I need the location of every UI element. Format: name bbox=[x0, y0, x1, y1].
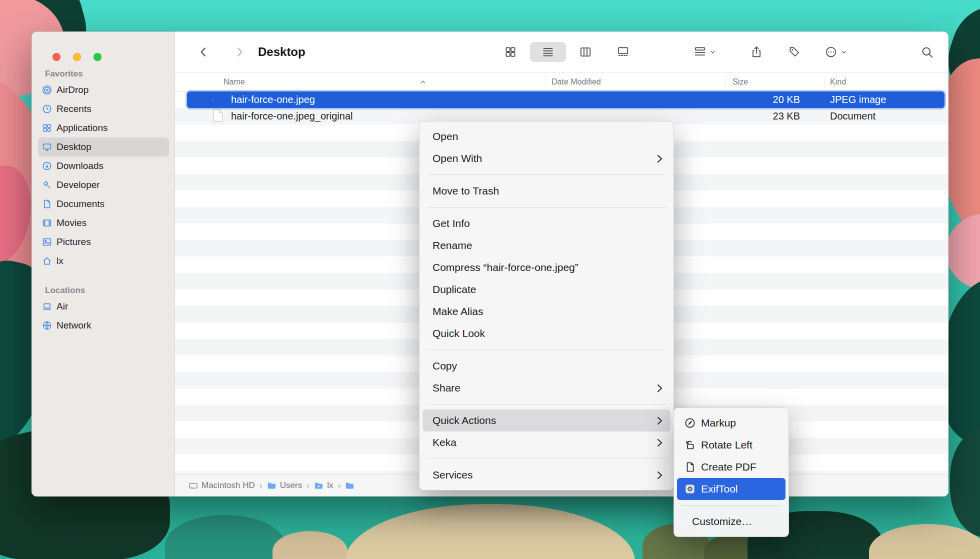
file-row-selected[interactable]: hair-force-one.jpeg 20 KB JPEG image bbox=[187, 92, 944, 108]
menu-item-rename[interactable]: Rename bbox=[422, 234, 670, 256]
menu-item-label: ExifTool bbox=[701, 483, 780, 495]
menu-item-label: Compress “hair-force-one.jpeg” bbox=[432, 262, 662, 274]
breadcrumb-label: lx bbox=[327, 480, 333, 490]
globe-icon bbox=[42, 320, 52, 331]
submenu-item-rotate-left[interactable]: Rotate Left bbox=[677, 434, 786, 456]
menu-item-label: Make Alias bbox=[432, 306, 662, 318]
menu-item-get-info[interactable]: Get Info bbox=[422, 212, 670, 234]
sidebar-item-label: Documents bbox=[56, 198, 104, 210]
column-header-name[interactable]: Name bbox=[224, 72, 245, 92]
breadcrumb-current-folder[interactable] bbox=[345, 481, 354, 490]
submenu-item-customize[interactable]: Customize… bbox=[677, 510, 786, 532]
create-pdf-icon bbox=[684, 461, 696, 473]
sidebar-item-applications[interactable]: Applications bbox=[38, 118, 169, 138]
sidebar-item-home[interactable]: lx bbox=[38, 252, 169, 270]
menu-item-open[interactable]: Open bbox=[422, 126, 670, 148]
share-icon[interactable] bbox=[748, 42, 765, 62]
column-view-button[interactable] bbox=[568, 42, 604, 62]
sidebar-item-downloads[interactable]: Downloads bbox=[38, 156, 169, 176]
menu-item-label: Services bbox=[432, 469, 657, 481]
menu-item-keka[interactable]: Keka bbox=[422, 432, 670, 454]
file-name: hair-force-one.jpeg bbox=[231, 92, 315, 108]
sidebar-item-air[interactable]: Air bbox=[38, 297, 169, 316]
menu-item-copy[interactable]: Copy bbox=[422, 355, 670, 377]
sidebar-item-label: Applications bbox=[56, 122, 108, 134]
zoom-window-button[interactable] bbox=[94, 53, 102, 61]
menu-item-open-with[interactable]: Open With bbox=[422, 148, 670, 170]
home-icon bbox=[42, 256, 52, 266]
sidebar: Favorites AirDrop Recents Applications D… bbox=[32, 32, 175, 496]
sidebar-item-airdrop[interactable]: AirDrop bbox=[38, 80, 169, 100]
wallpaper-shape bbox=[345, 504, 635, 559]
column-divider[interactable] bbox=[725, 76, 726, 88]
menu-separator bbox=[426, 350, 666, 350]
column-divider[interactable] bbox=[824, 76, 824, 88]
back-button[interactable] bbox=[195, 42, 212, 62]
menu-separator bbox=[426, 207, 666, 208]
column-header-kind[interactable]: Kind bbox=[830, 72, 846, 92]
menu-item-make-alias[interactable]: Make Alias bbox=[422, 300, 670, 322]
disk-icon bbox=[188, 481, 198, 490]
close-window-button[interactable] bbox=[52, 53, 60, 61]
sidebar-item-label: Developer bbox=[56, 180, 100, 190]
applications-icon bbox=[42, 122, 52, 134]
menu-item-duplicate[interactable]: Duplicate bbox=[422, 278, 670, 300]
breadcrumb-users[interactable]: Users bbox=[267, 480, 302, 490]
wallpaper-shape bbox=[272, 531, 348, 559]
icon-view-button[interactable] bbox=[492, 42, 528, 62]
breadcrumb-separator: › bbox=[338, 480, 340, 491]
wallpaper-shape bbox=[946, 214, 980, 289]
sidebar-item-network[interactable]: Network bbox=[38, 316, 169, 335]
sidebar-item-recents[interactable]: Recents bbox=[38, 100, 169, 118]
breadcrumb-lx[interactable]: lx bbox=[314, 480, 333, 490]
menu-item-label: Share bbox=[432, 382, 657, 394]
menu-separator bbox=[426, 174, 666, 175]
minimize-window-button[interactable] bbox=[73, 53, 81, 61]
submenu-chevron-icon bbox=[657, 438, 662, 447]
column-header-date-modified[interactable]: Date Modified bbox=[552, 72, 601, 92]
menu-item-move-to-trash[interactable]: Move to Trash bbox=[422, 180, 670, 202]
submenu-item-exiftool[interactable]: ExifTool bbox=[677, 478, 786, 500]
more-options-button[interactable] bbox=[821, 42, 850, 62]
menu-item-quick-look[interactable]: Quick Look bbox=[422, 322, 670, 344]
window-controls bbox=[52, 53, 102, 61]
sidebar-item-movies[interactable]: Movies bbox=[38, 214, 169, 232]
search-icon[interactable] bbox=[917, 42, 937, 62]
menu-item-label: Customize… bbox=[692, 516, 778, 528]
submenu-item-create-pdf[interactable]: Create PDF bbox=[677, 456, 786, 478]
breadcrumb-label: Macintosh HD bbox=[202, 480, 255, 490]
sidebar-item-pictures[interactable]: Pictures bbox=[38, 232, 169, 252]
sidebar-item-desktop[interactable]: Desktop bbox=[38, 138, 169, 156]
list-view-button[interactable] bbox=[530, 42, 566, 62]
menu-item-compress[interactable]: Compress “hair-force-one.jpeg” bbox=[422, 256, 670, 278]
file-name: hair-force-one.jpeg_original bbox=[231, 108, 352, 124]
menu-item-label: Copy bbox=[432, 360, 662, 372]
group-button[interactable] bbox=[690, 42, 719, 62]
sort-ascending-icon bbox=[420, 78, 426, 88]
column-header-size[interactable]: Size bbox=[732, 72, 748, 92]
chevron-down-icon bbox=[840, 49, 847, 56]
clock-icon bbox=[42, 104, 52, 114]
sidebar-item-documents[interactable]: Documents bbox=[38, 194, 169, 214]
menu-item-services[interactable]: Services bbox=[422, 464, 670, 486]
submenu-chevron-icon bbox=[657, 471, 662, 480]
airdrop-icon bbox=[42, 84, 52, 96]
sidebar-item-label: Network bbox=[56, 320, 92, 331]
laptop-icon bbox=[42, 301, 52, 312]
sidebar-item-label: Pictures bbox=[56, 236, 91, 248]
menu-item-share[interactable]: Share bbox=[422, 377, 670, 399]
context-menu: Open Open With Move to Trash Get Info Re… bbox=[419, 121, 674, 490]
forward-button[interactable] bbox=[231, 42, 248, 62]
sidebar-item-developer[interactable]: Developer bbox=[38, 176, 169, 194]
breadcrumb-label: Users bbox=[280, 480, 302, 490]
tag-icon[interactable] bbox=[786, 42, 803, 62]
column-divider[interactable] bbox=[545, 76, 546, 88]
desktop-icon bbox=[42, 142, 52, 152]
menu-item-quick-actions[interactable]: Quick Actions bbox=[422, 410, 670, 432]
gallery-view-button[interactable] bbox=[605, 42, 641, 62]
menu-item-label: Move to Trash bbox=[432, 185, 662, 197]
breadcrumb-separator: › bbox=[260, 480, 262, 491]
breadcrumb-macintosh-hd[interactable]: Macintosh HD bbox=[188, 480, 255, 490]
submenu-item-markup[interactable]: Markup bbox=[677, 412, 786, 434]
menu-item-label: Keka bbox=[432, 436, 657, 448]
